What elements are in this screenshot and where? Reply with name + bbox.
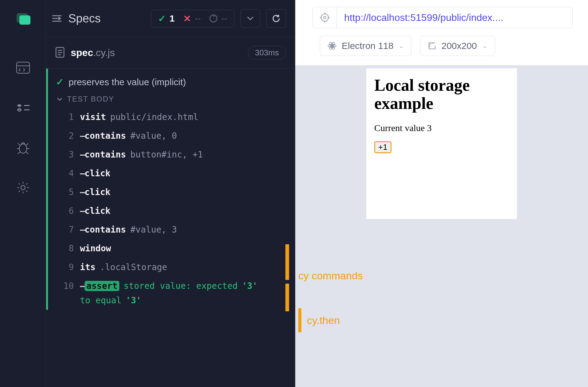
command-log: 1visitpublic/index.html2–contains#value,…: [56, 108, 289, 310]
test-title-row[interactable]: ✓ preserves the value (implicit): [56, 77, 289, 87]
reporter-panel: Specs ✓1 ✕-- -- spec.cy.js 303ms ✓ prese…: [46, 0, 295, 387]
viewport-selector[interactable]: 200x200 ⌄: [420, 36, 495, 56]
command-name: –click: [80, 206, 110, 216]
chevron-down-icon: ⌄: [482, 42, 487, 50]
assert-val-b: '3': [126, 295, 141, 305]
command-arg: button#inc, +1: [130, 150, 203, 160]
annotation-cy-commands: cy commands: [298, 270, 363, 282]
browser-selector[interactable]: Electron 118 ⌄: [320, 36, 411, 56]
selector-playground-button[interactable]: [312, 7, 336, 28]
command-row[interactable]: 9its.localStorage: [56, 258, 289, 277]
passed-count: 1: [169, 13, 175, 24]
line-number: 5: [62, 187, 74, 197]
line-number: 9: [62, 262, 74, 272]
command-name: –click: [80, 187, 110, 197]
expand-icon[interactable]: [52, 14, 62, 23]
svg-line-13: [26, 143, 28, 145]
spec-duration: 303ms: [248, 46, 286, 60]
svg-point-9: [19, 144, 27, 153]
assert-msg-a: stored value: expected: [124, 281, 238, 291]
nav-sidebar: [0, 0, 46, 387]
next-button[interactable]: [240, 9, 260, 28]
browser-label: Electron 118: [342, 41, 393, 51]
command-arg: #value, 3: [130, 225, 177, 235]
file-icon: [55, 47, 65, 59]
spec-row[interactable]: spec.cy.js 303ms: [46, 37, 295, 69]
command-row[interactable]: 1visitpublic/index.html: [56, 108, 289, 126]
svg-point-24: [324, 16, 326, 19]
aut-increment-button[interactable]: +1: [374, 141, 391, 153]
command-name: its: [80, 262, 96, 272]
svg-line-14: [18, 152, 20, 154]
annotation-bar: [298, 308, 301, 332]
body-label: TEST BODY: [67, 95, 114, 103]
spec-name: spec: [71, 47, 93, 58]
chevron-down-icon: [57, 95, 63, 103]
electron-icon: [328, 41, 337, 50]
line-number: 1: [62, 112, 74, 122]
assert-msg-b: to equal: [80, 295, 121, 305]
ruler-icon: [428, 42, 436, 50]
svg-line-12: [18, 143, 20, 145]
nav-settings[interactable]: [14, 178, 32, 197]
command-row[interactable]: 2–contains#value, 0: [56, 126, 289, 145]
page-title: Specs: [68, 12, 145, 25]
command-row[interactable]: 5–click: [56, 183, 289, 201]
command-name: visit: [80, 112, 106, 122]
command-name: –click: [80, 168, 110, 178]
svg-rect-0: [17, 62, 30, 73]
line-number: 4: [62, 168, 74, 178]
nav-debug[interactable]: [14, 138, 32, 157]
command-row[interactable]: 3–containsbutton#inc, +1: [56, 145, 289, 164]
svg-point-16: [21, 186, 25, 190]
test-title: preserves the value (implicit): [69, 77, 186, 87]
line-number: 2: [62, 131, 74, 141]
command-row[interactable]: 6–click: [56, 201, 289, 220]
aut-current-value: Current value 3: [374, 123, 509, 133]
marker-cy-commands: [285, 244, 289, 280]
pending-count: --: [221, 13, 227, 24]
app-under-test: Local storage example Current value 3 +1: [366, 68, 517, 219]
preview-toolbar: http://localhost:51599/public/index....: [295, 0, 588, 28]
failed-count: --: [195, 13, 201, 24]
pending-icon: [209, 14, 217, 22]
command-name: –contains: [80, 150, 126, 160]
command-row[interactable]: 7–contains#value, 3: [56, 220, 289, 239]
test-stats: ✓1 ✕-- --: [151, 10, 234, 27]
chevron-down-icon: ⌄: [398, 42, 404, 50]
svg-point-29: [331, 45, 333, 47]
command-name: –contains: [80, 131, 126, 141]
line-number: 6: [62, 206, 74, 216]
rerun-button[interactable]: [266, 9, 286, 28]
aut-heading: Local storage example: [374, 76, 509, 113]
cypress-logo: [16, 12, 30, 25]
test-block: ✓ preserves the value (implicit) TEST BO…: [46, 69, 295, 310]
annotation-cy-then: cy.then: [298, 308, 340, 332]
check-icon: ✓: [158, 13, 166, 24]
reporter-header: Specs ✓1 ✕-- --: [46, 0, 295, 37]
command-row[interactable]: 4–click: [56, 164, 289, 183]
nav-runs[interactable]: [14, 98, 32, 117]
nav-specs[interactable]: [14, 58, 32, 77]
url-field[interactable]: http://localhost:51599/public/index....: [336, 7, 573, 28]
spec-ext: .cy.js: [93, 47, 115, 58]
test-body-toggle[interactable]: TEST BODY: [57, 95, 289, 103]
assert-val-a: '3': [242, 281, 258, 291]
preview-subbar: Electron 118 ⌄ 200x200 ⌄: [295, 28, 588, 65]
command-name: –contains: [80, 225, 126, 235]
line-number: 10: [62, 281, 74, 291]
x-icon: ✕: [183, 13, 191, 24]
line-number: 3: [62, 150, 74, 160]
line-number: 8: [62, 243, 74, 253]
command-arg: .localStorage: [100, 262, 167, 272]
command-row[interactable]: 10 –assert stored value: expected '3' to…: [56, 277, 289, 310]
command-row[interactable]: 8window: [56, 239, 289, 258]
svg-line-15: [26, 152, 28, 154]
check-icon: ✓: [56, 77, 64, 87]
preview-panel: http://localhost:51599/public/index.... …: [295, 0, 588, 387]
line-number: 7: [62, 225, 74, 235]
svg-point-23: [321, 14, 328, 21]
assert-pill: assert: [85, 281, 119, 291]
viewport-label: 200x200: [441, 41, 477, 51]
command-arg: #value, 0: [130, 131, 177, 141]
